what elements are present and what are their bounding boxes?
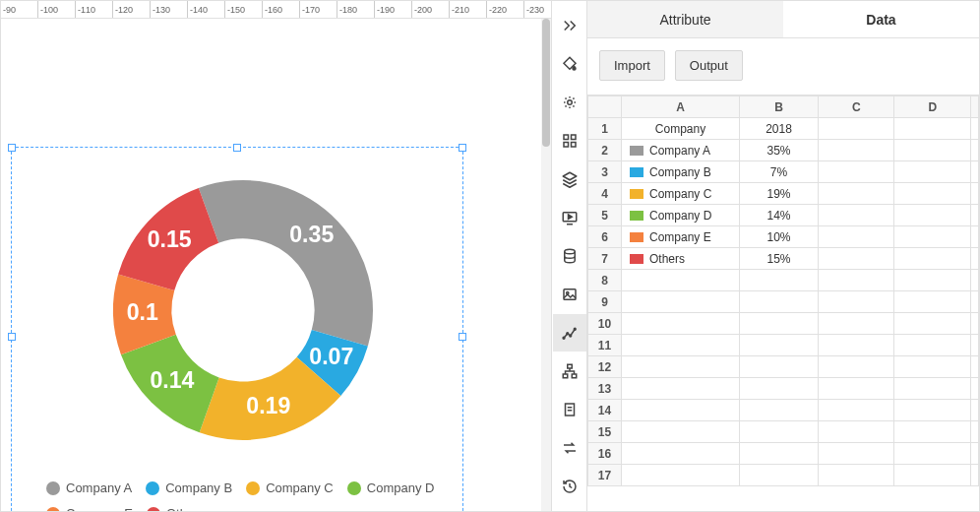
- history-icon[interactable]: [553, 468, 586, 505]
- tab-data[interactable]: Data: [783, 1, 979, 37]
- cell[interactable]: [894, 161, 970, 183]
- cell[interactable]: [970, 421, 978, 443]
- cell[interactable]: [740, 421, 819, 443]
- page-icon[interactable]: [553, 391, 586, 428]
- selection-box[interactable]: 0.350.070.190.140.10.15 Company ACompany…: [11, 147, 463, 511]
- canvas-pane[interactable]: -90-100-110-120-130-140-150-160-170-180-…: [1, 1, 552, 511]
- cell[interactable]: [894, 335, 970, 356]
- legend-item[interactable]: Company D: [347, 476, 435, 501]
- cell[interactable]: [740, 335, 819, 356]
- cell[interactable]: Company A: [622, 140, 740, 161]
- cell[interactable]: [970, 356, 978, 378]
- cell[interactable]: [894, 421, 970, 443]
- cell[interactable]: [622, 400, 740, 421]
- resize-handle-tr[interactable]: [459, 144, 466, 152]
- cell[interactable]: [819, 140, 894, 161]
- col-header[interactable]: D: [894, 96, 970, 118]
- cell[interactable]: [740, 313, 819, 335]
- cell[interactable]: 15%: [740, 248, 819, 270]
- fill-icon[interactable]: [553, 45, 586, 83]
- play-icon[interactable]: [553, 199, 586, 236]
- row-header[interactable]: 4: [588, 183, 622, 205]
- cell[interactable]: [970, 140, 978, 161]
- cell[interactable]: [819, 205, 894, 226]
- chart-icon[interactable]: [553, 314, 586, 352]
- legend-item[interactable]: Company E: [46, 501, 133, 511]
- row-header[interactable]: 11: [588, 335, 622, 356]
- layers-icon[interactable]: [553, 160, 586, 198]
- cell[interactable]: [970, 313, 978, 335]
- cell[interactable]: Company C: [622, 183, 740, 205]
- cell[interactable]: [970, 205, 978, 226]
- row-header[interactable]: 6: [588, 226, 622, 248]
- cell[interactable]: [819, 183, 894, 205]
- cell[interactable]: [970, 465, 978, 486]
- cell[interactable]: [740, 378, 819, 400]
- cell[interactable]: Company B: [622, 161, 740, 183]
- cell[interactable]: [819, 118, 894, 140]
- cell[interactable]: [970, 270, 978, 291]
- cell[interactable]: [740, 400, 819, 421]
- col-header[interactable]: B: [740, 96, 819, 118]
- cell[interactable]: Company E: [622, 226, 740, 248]
- row-header[interactable]: 15: [588, 421, 622, 443]
- cell[interactable]: 19%: [740, 183, 819, 205]
- cell[interactable]: [622, 291, 740, 313]
- cell[interactable]: [819, 248, 894, 270]
- cell[interactable]: 35%: [740, 140, 819, 161]
- cell[interactable]: [894, 400, 970, 421]
- tab-attribute[interactable]: Attribute: [587, 1, 783, 37]
- cell[interactable]: [894, 378, 970, 400]
- cell[interactable]: [894, 291, 970, 313]
- row-header[interactable]: 8: [588, 270, 622, 291]
- cell[interactable]: [819, 313, 894, 335]
- cell[interactable]: [894, 183, 970, 205]
- cell[interactable]: [740, 443, 819, 465]
- row-header[interactable]: 13: [588, 378, 622, 400]
- hierarchy-icon[interactable]: [553, 352, 586, 390]
- cell[interactable]: [819, 356, 894, 378]
- cell[interactable]: [819, 335, 894, 356]
- cell[interactable]: [622, 270, 740, 291]
- cell[interactable]: [894, 226, 970, 248]
- resize-handle-ml[interactable]: [8, 333, 16, 341]
- cell[interactable]: [894, 465, 970, 486]
- row-header[interactable]: 2: [588, 140, 622, 161]
- cell[interactable]: [819, 465, 894, 486]
- cell[interactable]: [970, 291, 978, 313]
- cell[interactable]: [819, 421, 894, 443]
- cell[interactable]: [894, 140, 970, 161]
- row-header[interactable]: 17: [588, 465, 622, 486]
- output-button[interactable]: Output: [675, 50, 743, 81]
- cell[interactable]: [622, 335, 740, 356]
- col-header[interactable]: [970, 96, 978, 118]
- col-header[interactable]: A: [622, 96, 740, 118]
- cell[interactable]: [740, 270, 819, 291]
- donut-slice[interactable]: [199, 180, 373, 346]
- cell[interactable]: [819, 226, 894, 248]
- cell[interactable]: [970, 400, 978, 421]
- cell[interactable]: [819, 378, 894, 400]
- settings-icon[interactable]: [553, 84, 586, 121]
- cell[interactable]: [819, 443, 894, 465]
- row-header[interactable]: 1: [588, 118, 622, 140]
- cell[interactable]: [970, 161, 978, 183]
- cell[interactable]: [740, 465, 819, 486]
- cell[interactable]: Others: [622, 248, 740, 270]
- cell[interactable]: [894, 356, 970, 378]
- cell[interactable]: [622, 378, 740, 400]
- resize-handle-mr[interactable]: [459, 333, 466, 341]
- cell[interactable]: [970, 248, 978, 270]
- image-icon[interactable]: [553, 276, 586, 313]
- scroll-thumb[interactable]: [542, 19, 550, 147]
- cell[interactable]: [894, 118, 970, 140]
- row-header[interactable]: 3: [588, 161, 622, 183]
- import-button[interactable]: Import: [599, 50, 665, 81]
- cell[interactable]: [622, 465, 740, 486]
- cell[interactable]: [622, 313, 740, 335]
- swap-icon[interactable]: [553, 429, 586, 467]
- row-header[interactable]: 10: [588, 313, 622, 335]
- cell[interactable]: [894, 313, 970, 335]
- cell[interactable]: [819, 270, 894, 291]
- cell[interactable]: Company D: [622, 205, 740, 226]
